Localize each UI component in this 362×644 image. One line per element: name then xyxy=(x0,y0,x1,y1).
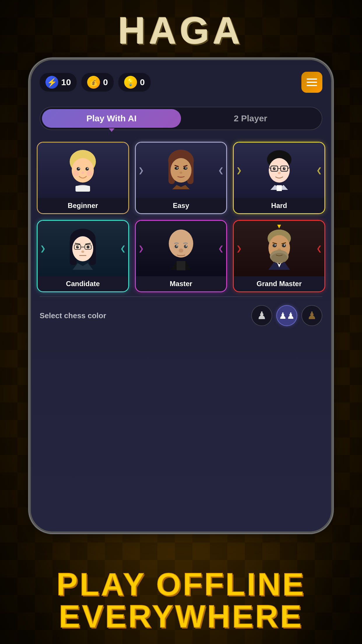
svg-point-40 xyxy=(87,246,89,249)
svg-point-18 xyxy=(180,172,182,174)
ai-card-beginner[interactable]: Beginner xyxy=(37,142,129,214)
color-selector-label: Select chess color xyxy=(40,311,106,320)
svg-point-3 xyxy=(85,167,89,171)
tagline-line2: EVERYWHERE xyxy=(0,600,362,632)
svg-rect-31 xyxy=(277,185,282,191)
coin-value: 0 xyxy=(103,77,108,87)
ai-card-candidate[interactable]: ❯ ❮ xyxy=(37,220,129,292)
section-divider xyxy=(40,296,322,297)
svg-point-55 xyxy=(275,244,276,246)
svg-rect-50 xyxy=(177,261,185,270)
color-black-button[interactable]: ♟ xyxy=(301,305,322,326)
candidate-avatar: ❯ ❮ xyxy=(38,221,128,276)
svg-rect-9 xyxy=(75,186,90,192)
hard-avatar: ❯ ❮ xyxy=(234,143,324,198)
bulb-icon: 💡 xyxy=(124,76,137,89)
ai-cards-grid: Beginner ❯ ❮ xyxy=(37,142,325,292)
svg-point-1 xyxy=(72,158,94,183)
svg-point-54 xyxy=(282,244,286,247)
svg-point-46 xyxy=(184,245,187,248)
svg-point-53 xyxy=(273,244,277,247)
tagline: PLAY OFFLINE EVERYWHERE xyxy=(0,568,362,632)
coin-stat: 💰 0 xyxy=(81,73,114,92)
svg-point-39 xyxy=(76,246,79,249)
easy-avatar: ❯ ❮ xyxy=(136,143,226,198)
candidate-label: Candidate xyxy=(38,276,128,291)
svg-point-41 xyxy=(78,246,79,247)
menu-line-3 xyxy=(307,85,317,86)
lightning-icon: ⚡ xyxy=(45,76,58,89)
app-title: HAGA xyxy=(0,9,362,52)
svg-point-7 xyxy=(73,170,79,176)
lightning-stat: ⚡ 10 xyxy=(40,73,77,92)
menu-line-1 xyxy=(307,78,317,80)
master-avatar: ❯ ❮ xyxy=(136,221,226,276)
menu-line-2 xyxy=(307,82,317,83)
beginner-avatar xyxy=(38,143,128,198)
svg-point-17 xyxy=(185,167,187,169)
svg-point-42 xyxy=(81,251,84,253)
menu-button[interactable] xyxy=(301,72,322,93)
svg-point-26 xyxy=(273,167,276,170)
color-options: ♟ ♟♟ ♟ xyxy=(251,305,322,326)
color-random-button[interactable]: ♟♟ xyxy=(276,305,297,326)
coin-icon: 💰 xyxy=(87,76,100,89)
master-label: Master xyxy=(136,276,226,291)
svg-point-30 xyxy=(278,172,281,174)
color-white-button[interactable]: ♟ xyxy=(251,305,272,326)
svg-point-5 xyxy=(87,168,88,169)
svg-point-14 xyxy=(175,167,179,170)
svg-point-28 xyxy=(274,168,275,169)
svg-point-29 xyxy=(284,168,285,169)
svg-point-8 xyxy=(87,170,92,176)
svg-point-49 xyxy=(179,249,183,253)
ai-card-easy[interactable]: ❯ ❮ xyxy=(135,142,227,214)
svg-point-44 xyxy=(169,230,193,258)
svg-point-13 xyxy=(171,158,191,183)
svg-point-15 xyxy=(183,167,187,170)
svg-point-20 xyxy=(269,158,290,183)
hint-stat: 💡 0 xyxy=(118,73,151,92)
ai-card-master[interactable]: ❯ ❮ xyxy=(135,220,227,292)
ai-card-grandmaster[interactable]: ❯ ❮ ▼ xyxy=(233,220,325,292)
easy-label: Easy xyxy=(136,198,226,213)
tab-2-player[interactable]: 2 Player xyxy=(181,109,320,128)
lightning-value: 10 xyxy=(61,77,71,87)
svg-point-35 xyxy=(72,236,93,261)
phone-inner: ⚡ 10 💰 0 💡 0 Play With AI 2 P xyxy=(31,60,331,531)
svg-point-2 xyxy=(77,167,80,171)
phone-frame: ⚡ 10 💰 0 💡 0 Play With AI 2 P xyxy=(29,58,333,533)
top-bar: ⚡ 10 💰 0 💡 0 xyxy=(40,72,322,93)
color-selector: Select chess color ♟ ♟♟ ♟ xyxy=(40,305,322,326)
ai-card-hard[interactable]: ❯ ❮ xyxy=(233,142,325,214)
tab-play-with-ai[interactable]: Play With AI xyxy=(42,109,181,128)
svg-point-47 xyxy=(176,245,178,246)
side-button xyxy=(29,148,30,171)
svg-point-45 xyxy=(175,245,178,248)
svg-point-6 xyxy=(81,172,84,174)
tab-container: Play With AI 2 Player xyxy=(40,107,322,130)
beginner-label: Beginner xyxy=(38,198,128,213)
svg-point-48 xyxy=(186,245,187,246)
hard-label: Hard xyxy=(234,198,324,213)
grandmaster-label: Grand Master xyxy=(234,276,324,291)
svg-point-27 xyxy=(283,167,286,170)
hint-value: 0 xyxy=(140,77,145,87)
svg-point-4 xyxy=(78,168,80,169)
svg-point-16 xyxy=(177,167,178,169)
tagline-line1: PLAY OFFLINE xyxy=(0,568,362,600)
grandmaster-avatar: ❯ ❮ ▼ xyxy=(234,221,324,276)
svg-point-59 xyxy=(271,253,287,263)
svg-point-56 xyxy=(284,244,285,246)
